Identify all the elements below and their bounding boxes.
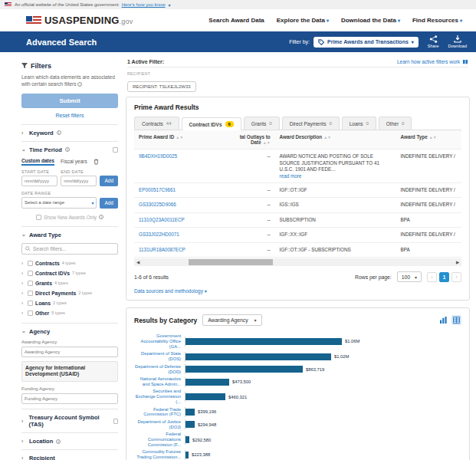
add-range-button[interactable]: Add — [100, 198, 118, 209]
bar-label[interactable]: Department of State (DOS) — [134, 351, 185, 362]
tab-direct-payments[interactable]: Direct Payments0 — [282, 117, 340, 130]
selected-awarding-agency[interactable]: Agency for International Development (US… — [21, 361, 118, 383]
award-type-value: INDEFINITE DELIVERY / — [396, 183, 461, 198]
chevron-right-icon[interactable]: › — [21, 310, 25, 316]
tab-contract-idvs[interactable]: Contract IDVs6 — [182, 117, 241, 130]
award-id-link[interactable]: GS33J022HD0071 — [139, 232, 179, 237]
tas-header[interactable]: › Treasury Account Symbol (TAS) — [21, 414, 118, 428]
scroll-left-arrow[interactable]: ◀ — [134, 260, 142, 264]
submit-button[interactable]: Submit — [21, 94, 118, 108]
info-icon[interactable]: i — [77, 82, 82, 87]
next-page-button[interactable]: › — [451, 272, 461, 282]
sort-icon[interactable]: ▲▼ — [323, 135, 331, 140]
nav-download-the-data[interactable]: Download the Data▾ — [341, 17, 400, 24]
new-awards-checkbox[interactable] — [36, 215, 41, 220]
chevron-right-icon[interactable]: › — [21, 281, 25, 286]
col-award-description[interactable]: Award Description▲▼ — [275, 130, 396, 149]
award-type-value: INDEFINITE DELIVERY / — [396, 150, 461, 182]
award-id-link[interactable]: GS330225D9066 — [139, 202, 176, 207]
checkbox[interactable] — [28, 291, 33, 296]
checkbox[interactable] — [28, 301, 33, 306]
sort-icon[interactable]: ▲▼ — [176, 135, 183, 140]
download-button[interactable]: Download — [448, 35, 467, 48]
filter-by-dropdown[interactable]: Prime Awards and Transactions ▾ — [314, 37, 419, 48]
tab-custom-dates[interactable]: Custom dates — [21, 158, 54, 166]
col-prime-award-id[interactable]: Prime Award ID▲▼ — [134, 130, 219, 149]
award-type-header[interactable]: ⌄ Award Type — [21, 232, 118, 238]
tab-other[interactable]: Other0 — [379, 117, 412, 130]
funding-agency-input[interactable] — [21, 393, 118, 404]
section-extra-icon[interactable] — [113, 419, 118, 424]
info-icon[interactable]: i — [65, 147, 70, 152]
award-id-link[interactable]: 1131UR18A0087ECP — [139, 247, 185, 252]
award-id-link[interactable]: 9B4DXH19D0025 — [139, 153, 177, 159]
scrollbar-track[interactable] — [142, 258, 454, 266]
category-dropdown[interactable]: Awarding Agency ▾ — [202, 314, 261, 326]
info-icon[interactable]: i — [56, 439, 61, 444]
tab-loans[interactable]: Loans0 — [342, 117, 376, 130]
start-date-input[interactable] — [21, 176, 57, 186]
bar-label[interactable]: Federal Trade Commission (FTC) — [134, 407, 185, 418]
recipient-header[interactable]: › Recipient — [21, 455, 118, 460]
data-sources-link[interactable]: Data sources and methodology ▾ — [134, 288, 461, 294]
chevron-right-icon[interactable]: › — [21, 271, 25, 276]
section-extra-icon[interactable] — [113, 147, 118, 153]
checkbox[interactable] — [28, 310, 33, 316]
col-outlays[interactable]: tal Outlays to Date▲▼ — [219, 130, 275, 149]
nav-find-resources[interactable]: Find Resources▾ — [412, 17, 462, 24]
rows-per-page-select[interactable]: 100 ▾ — [397, 271, 422, 282]
award-description: SUBSCRIPTION — [280, 217, 392, 224]
checkbox[interactable] — [28, 271, 33, 276]
usaspending-logo[interactable]: USASPENDING.gov — [26, 15, 133, 26]
agency-header[interactable]: ⌄ Agency — [21, 328, 118, 335]
prev-page-button[interactable]: ‹ — [427, 272, 437, 282]
info-icon[interactable]: i — [99, 215, 103, 219]
reset-filters-link[interactable]: Reset filters — [21, 113, 118, 118]
tab-fiscal-years[interactable]: Fiscal years — [61, 159, 87, 164]
page-1-button[interactable]: 1 — [439, 272, 449, 282]
bar-label[interactable]: Government Accountability Office (GA... — [134, 334, 185, 350]
end-date-input[interactable] — [61, 176, 97, 186]
bar-label[interactable]: Federal Communications Commission (F... — [134, 432, 185, 448]
bar-label[interactable]: National Aeronautics and Space Admin... — [134, 376, 185, 387]
nav-explore-the-data[interactable]: Explore the Data▾ — [277, 17, 329, 24]
learn-active-filters-link[interactable]: Learn how active filters work — [397, 59, 468, 64]
awarding-agency-input[interactable] — [21, 347, 118, 357]
tab-grants[interactable]: Grants0 — [244, 117, 280, 130]
chevron-right-icon[interactable]: › — [21, 291, 25, 296]
bar-label[interactable]: Department of Justice (DOJ) — [134, 419, 185, 430]
checkbox[interactable] — [28, 261, 33, 266]
bar-label[interactable]: Commodity Futures Trading Commission... — [134, 449, 185, 460]
info-icon[interactable]: i — [57, 130, 61, 135]
chevron-right-icon[interactable]: › — [21, 301, 25, 306]
bar-label[interactable]: Securities and Exchange Commission (... — [134, 389, 185, 405]
time-period-header[interactable]: ⌄ Time Period i — [21, 146, 118, 153]
recipient-filter-chip[interactable]: RECIPIENT: TSLKEJL2W33 — [127, 81, 196, 92]
bar-value: $473,500 — [232, 380, 251, 384]
tab-contracts[interactable]: Contracts44 — [134, 117, 179, 130]
col-award-type[interactable]: Award Type▲▼ — [396, 130, 461, 149]
nav-search-award-data[interactable]: Search Award Data — [208, 17, 264, 24]
keyword-header[interactable]: › Keyword i — [21, 130, 118, 136]
checkbox[interactable] — [28, 281, 33, 286]
award-type-search[interactable]: Search filters... — [21, 243, 118, 255]
bar — [185, 366, 303, 373]
bar-label[interactable]: Department of Defense (DOD) — [134, 364, 185, 375]
trash-icon[interactable] — [94, 159, 99, 165]
sort-icon[interactable]: ▲▼ — [429, 135, 437, 140]
chevron-right-icon[interactable]: › — [21, 261, 25, 266]
scroll-right-arrow[interactable]: ▶ — [454, 260, 461, 264]
award-id-link[interactable]: 11310Q23A0011ECP — [139, 217, 185, 222]
gov-banner-link[interactable]: Here's how you know — [122, 2, 166, 7]
table-row: 11310Q23A0011ECP -- SUBSCRIPTION BPA — [134, 213, 461, 228]
read-more-link[interactable]: read more — [280, 173, 302, 179]
share-button[interactable]: Share — [428, 35, 439, 48]
scrollbar-thumb[interactable] — [189, 259, 273, 265]
date-range-select[interactable]: Select a date range ▾ — [21, 197, 97, 209]
award-id-link[interactable]: EP000517C9661 — [139, 187, 176, 192]
location-header[interactable]: › Location i — [21, 438, 118, 445]
sort-icon[interactable]: ▲▼ — [263, 140, 271, 145]
table-view-button[interactable] — [451, 315, 461, 325]
bar-chart-view-button[interactable] — [438, 315, 448, 325]
add-dates-button[interactable]: Add — [100, 176, 118, 186]
